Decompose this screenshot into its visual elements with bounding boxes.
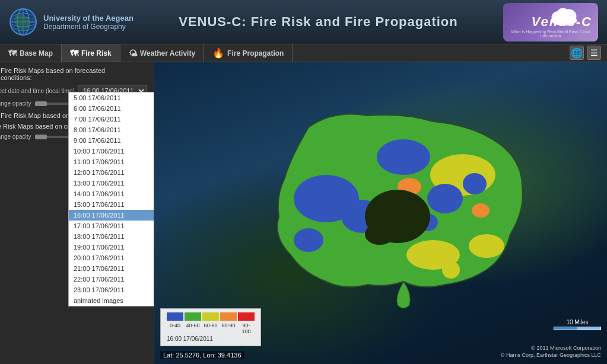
header: University of the Aegean Department of G… (0, 0, 607, 44)
tab-base-map[interactable]: 🗺 Base Map (0, 44, 62, 62)
fire-risk-icon: 🗺 (70, 49, 78, 58)
tab-weather-activity[interactable]: 🌤 Weather Activity (120, 44, 204, 62)
tabbar: 🗺 Base Map 🗺 Fire Risk 🌤 Weather Activit… (0, 44, 607, 62)
base-map-icon: 🗺 (8, 49, 17, 58)
layers-btn[interactable]: ☰ (587, 46, 601, 60)
dropdown-item[interactable]: 12:00 17/06/2011 (69, 167, 154, 178)
svg-point-19 (377, 139, 430, 175)
flame-icon: 🔥 (212, 47, 224, 59)
legend-label-3: 60-80 (202, 323, 219, 334)
dropdown-item[interactable]: 11:00 17/06/2011 (69, 157, 154, 167)
venus-logo-text: Venus-C (532, 14, 592, 30)
venus-logo: Venus-C What is Happening Real-World Eas… (503, 3, 598, 41)
dropdown-item[interactable]: 10:00 17/06/2011 (69, 146, 154, 157)
legend-box-2 (185, 312, 201, 321)
sidebar-section-1: Fire Risk Maps based on forecasted condi… (0, 67, 134, 81)
legend-colors (167, 312, 255, 321)
fire-risk-map (202, 80, 552, 317)
sidebar: Fire Risk Maps based on forecasted condi… (0, 62, 154, 364)
map-legend: 0-40 40-60 60-80 80-90 90-100 16:00 17/0… (160, 308, 261, 346)
legend-date: 16:00 17/06/2011 (167, 336, 255, 342)
dropdown-item[interactable]: 20:00 17/06/2011 (69, 253, 154, 263)
map-global-controls: 🌐 ☰ (570, 46, 601, 60)
coordinates: Lat: 25.5276, Lon: 39.4136 (160, 351, 244, 359)
svg-point-15 (442, 261, 460, 279)
scale-bar-line (554, 327, 601, 330)
legend-box-3 (202, 312, 219, 321)
svg-point-20 (427, 184, 463, 213)
dropdown-item[interactable]: 8:00 17/06/2011 (69, 124, 154, 135)
svg-point-14 (472, 203, 490, 218)
scale-label: 10 Miles (554, 319, 601, 325)
legend-label-5: 90-100 (238, 323, 255, 334)
fire-risk-svg (202, 80, 552, 317)
legend-label-2: 40-60 (185, 323, 201, 334)
tab-base-map-label: Base Map (20, 49, 53, 58)
legend-labels: 0-40 40-60 60-80 80-90 90-100 (167, 323, 255, 334)
svg-point-12 (469, 234, 504, 258)
svg-point-18 (294, 228, 323, 252)
tab-fire-risk[interactable]: 🗺 Fire Risk (62, 44, 120, 62)
opacity-slider-2[interactable] (35, 136, 71, 138)
dropdown-item[interactable]: 22:00 17/06/2011 (69, 274, 154, 285)
university-dept: Department of Geography (43, 23, 134, 31)
legend-label-4: 80-90 (220, 323, 237, 334)
dropdown-item[interactable]: 5:00 17/06/2011 (69, 92, 154, 103)
university-logo: University of the Aegean Department of G… (9, 8, 134, 36)
opacity-label-2: Change opacity (0, 133, 31, 140)
section2-label: Fire Risk Map based on c (1, 112, 75, 119)
legend-box-1 (167, 312, 183, 321)
globe-btn[interactable]: 🌐 (570, 46, 584, 60)
weather-icon: 🌤 (129, 49, 137, 58)
dropdown-item[interactable]: 19:00 17/06/2011 (69, 242, 154, 253)
copyright-line-2: © Harris Corp, Earthstar Geographics LLC (501, 352, 601, 359)
page-title: VENUS-C: Fire Risk and Fire Propagation (134, 14, 503, 30)
globe-icon (9, 8, 37, 36)
tab-fire-propagation-label: Fire Propagation (227, 49, 284, 58)
tab-fire-risk-label: Fire Risk (81, 49, 112, 58)
dropdown-item[interactable]: 6:00 17/06/2011 (69, 103, 154, 114)
copyright: © 2011 Microsoft Corporation © Harris Co… (501, 344, 601, 359)
legend-label-1: 0-40 (167, 323, 183, 334)
dropdown-item[interactable]: 21:00 17/06/2011 (69, 263, 154, 274)
dropdown-item[interactable]: 16:00 17/06/2011 (69, 210, 154, 221)
scale-bar: 10 Miles (554, 319, 601, 331)
venus-logo-subtext: What is Happening Real-World Easy Cloud … (506, 30, 595, 38)
date-select-label: Select date and time (local time) (0, 88, 75, 94)
legend-box-5 (238, 312, 255, 321)
dropdown-list: 5:00 17/06/20116:00 17/06/20117:00 17/06… (68, 92, 154, 306)
tab-weather-label: Weather Activity (140, 49, 195, 58)
opacity-label-1: Change opacity (0, 100, 31, 107)
venus-logo-container: Venus-C What is Happening Real-World Eas… (503, 3, 598, 41)
svg-point-24 (365, 223, 395, 245)
dropdown-item[interactable]: 13:00 17/06/2011 (69, 178, 154, 189)
dropdown-item[interactable]: 23:00 17/06/2011 (69, 285, 154, 295)
dropdown-item[interactable]: animated images (69, 295, 154, 306)
university-name: University of the Aegean (43, 14, 134, 23)
dropdown-item[interactable]: 7:00 17/06/2011 (69, 114, 154, 124)
copyright-line-1: © 2011 Microsoft Corporation (501, 344, 601, 352)
dropdown-item[interactable]: 9:00 17/06/2011 (69, 135, 154, 146)
map-area[interactable]: 0-40 40-60 60-80 80-90 90-100 16:00 17/0… (154, 62, 607, 364)
dropdown-item[interactable]: 18:00 17/06/2011 (69, 231, 154, 242)
opacity-slider-1[interactable] (35, 103, 71, 105)
dropdown-item[interactable]: 14:00 17/06/2011 (69, 189, 154, 199)
tab-fire-propagation[interactable]: 🔥 Fire Propagation (204, 44, 293, 62)
legend-box-4 (220, 312, 237, 321)
section1-label: Fire Risk Maps based on forecasted condi… (1, 67, 134, 81)
main-content: Fire Risk Maps based on forecasted condi… (0, 62, 607, 364)
svg-point-21 (463, 173, 487, 194)
dropdown-item[interactable]: 17:00 17/06/2011 (69, 221, 154, 231)
dropdown-item[interactable]: 15:00 17/06/2011 (69, 199, 154, 210)
